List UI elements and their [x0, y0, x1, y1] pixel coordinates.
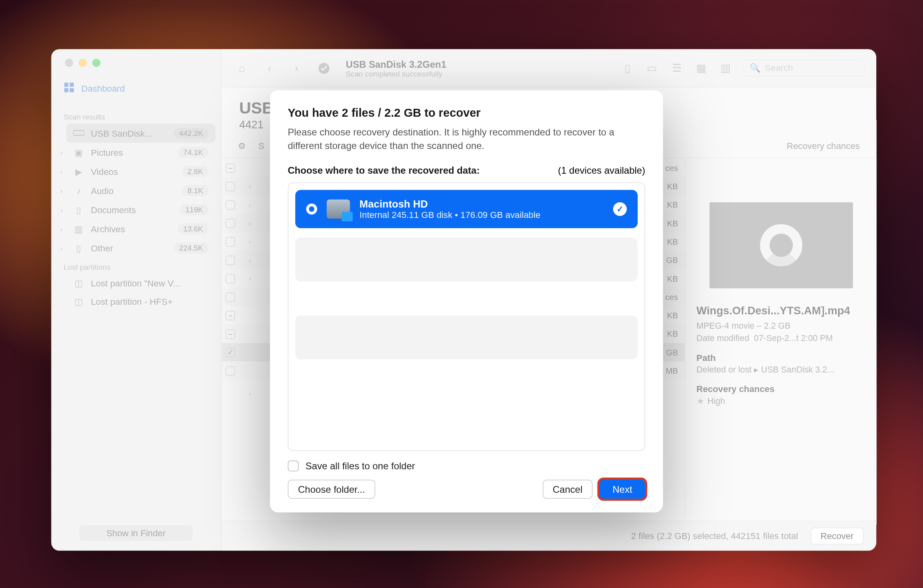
svg-rect-4	[73, 130, 84, 135]
toolbar-subtitle: Scan completed successfully	[346, 69, 611, 78]
destination-item-selected[interactable]: Macintosh HD Internal 245.11 GB disk • 1…	[295, 190, 638, 228]
drive-icon: ◫	[73, 296, 84, 307]
show-in-finder-button[interactable]: Show in Finder	[79, 525, 193, 541]
folder-icon[interactable]: ▭	[644, 60, 660, 76]
row-checkbox[interactable]	[226, 366, 235, 375]
checkbox-mixed[interactable]: –	[226, 329, 235, 339]
sidebar-item-audio[interactable]: ♪Audio 8.1K	[66, 181, 215, 200]
filter-label: S	[258, 141, 264, 151]
checkbox-mixed[interactable]: –	[226, 163, 235, 172]
file-name: Wings.Of.Desi...YTS.AM].mp4	[697, 305, 866, 317]
minimize-window-button[interactable]	[79, 59, 87, 67]
back-button[interactable]: ‹	[260, 59, 279, 78]
next-button[interactable]: Next	[599, 480, 645, 499]
columns-view-icon[interactable]: ▥	[718, 60, 734, 76]
zoom-window-button[interactable]	[92, 59, 101, 67]
selection-summary: 2 files (2.2 GB) selected, 442151 files …	[631, 531, 798, 541]
close-window-button[interactable]	[65, 59, 73, 67]
count-badge: 224.5K	[174, 243, 208, 253]
save-all-label: Save all files to one folder	[306, 461, 415, 471]
checkbox-mixed[interactable]: –	[226, 310, 235, 320]
image-icon: ▣	[73, 147, 84, 158]
file-icon: ▯	[73, 243, 84, 253]
sidebar-device-label: USB SanDisk...	[91, 128, 152, 139]
devices-available-count: (1 devices available)	[558, 165, 645, 176]
svg-rect-0	[64, 83, 68, 87]
chevron-right-icon[interactable]: ›	[249, 390, 272, 397]
checkmark-icon: ✓	[613, 202, 626, 216]
toolbar: ⌂ ‹ › USB SanDisk 3.2Gen1 Scan completed…	[222, 49, 876, 87]
chevron-right-icon[interactable]: ›	[57, 149, 66, 156]
home-button[interactable]: ⌂	[232, 59, 251, 78]
svg-rect-2	[64, 88, 68, 92]
search-placeholder: Search	[765, 63, 793, 73]
chevron-right-icon[interactable]: ›	[57, 187, 66, 194]
modal-title: You have 2 files / 2.2 GB to recover	[288, 107, 645, 120]
dashboard-label: Dashboard	[81, 83, 125, 94]
row-checkbox[interactable]	[226, 200, 235, 210]
count-badge: 13.6K	[178, 223, 208, 234]
scan-results-header: Scan results	[57, 107, 215, 123]
destination-name: Macintosh HD	[359, 198, 603, 210]
dashboard-nav[interactable]: Dashboard	[57, 78, 215, 99]
chevron-right-icon[interactable]: ›	[57, 225, 66, 233]
status-icon	[314, 59, 334, 78]
chevron-right-icon[interactable]: ›	[57, 206, 66, 214]
sidebar-item-label: Pictures	[91, 147, 123, 158]
save-all-one-folder-option[interactable]: Save all files to one folder	[288, 461, 645, 471]
chevron-right-icon[interactable]: ›	[249, 183, 272, 190]
path-label: Path	[697, 353, 866, 363]
details-panel: Wings.Of.Desi...YTS.AM].mp4 MPEG-4 movie…	[685, 159, 876, 521]
count-badge: 74.1K	[178, 147, 208, 158]
sidebar-item-pictures[interactable]: ▣Pictures 74.1K	[66, 143, 215, 162]
sidebar-item-label: Archives	[91, 224, 125, 234]
row-checkbox[interactable]	[226, 274, 235, 283]
recovery-chances-value: ★High	[697, 396, 866, 406]
sidebar-item-videos[interactable]: ▶Videos 2.8K	[66, 162, 215, 181]
search-input[interactable]: 🔍 Search	[742, 59, 865, 76]
star-icon: ★	[697, 396, 705, 406]
row-checkbox[interactable]	[226, 292, 235, 302]
row-checkbox[interactable]	[226, 255, 235, 265]
radio-selected-icon	[306, 204, 317, 214]
row-checkbox[interactable]	[226, 181, 235, 191]
forward-button[interactable]: ›	[287, 59, 306, 78]
recovery-chances-filter[interactable]: Recovery chances	[787, 141, 860, 151]
row-checkbox[interactable]	[226, 237, 235, 246]
lost-partitions-header: Lost partitions	[57, 258, 215, 274]
filter-icon[interactable]: ⚙	[238, 141, 246, 151]
video-icon: ▶	[73, 167, 84, 177]
sidebar-item-other[interactable]: ▯Other 224.5K	[66, 239, 215, 258]
choose-destination-label: Choose where to save the recovered data:	[288, 165, 480, 176]
lost-partition-label: Lost partition - HFS+	[91, 296, 173, 307]
lost-partition-item[interactable]: ◫Lost partition "New V...	[66, 274, 215, 292]
sidebar-device[interactable]: USB SanDisk... 442.2K	[66, 123, 215, 143]
lost-partition-item[interactable]: ◫Lost partition - HFS+	[66, 292, 215, 311]
sidebar-item-documents[interactable]: ▯Documents 119K	[66, 200, 215, 219]
page-icon[interactable]: ▯	[619, 60, 636, 76]
sidebar-item-label: Other	[91, 243, 113, 253]
destination-placeholder	[295, 238, 638, 282]
sidebar-item-archives[interactable]: ▥Archives 13.6K	[66, 220, 215, 239]
row-checkbox-checked[interactable]: ✓	[226, 347, 235, 357]
music-icon: ♪	[73, 186, 84, 196]
chevron-right-icon[interactable]: ›	[57, 244, 66, 252]
sidebar: Dashboard Scan results USB SanDisk... 44…	[51, 49, 222, 551]
recover-button[interactable]: Recover	[810, 527, 864, 545]
cancel-button[interactable]: Cancel	[542, 480, 593, 499]
row-checkbox[interactable]	[226, 218, 235, 228]
svg-rect-3	[70, 88, 74, 92]
count-badge: 2.8K	[182, 166, 208, 177]
chevron-right-icon[interactable]: ›	[57, 168, 66, 175]
list-view-icon[interactable]: ☰	[668, 60, 685, 76]
count-badge: 8.1K	[182, 185, 208, 196]
file-kind-size: MPEG-4 movie – 2.2 GB	[697, 321, 866, 331]
choose-folder-button[interactable]: Choose folder...	[288, 480, 375, 499]
loading-ring-icon	[760, 224, 802, 267]
grid-view-icon[interactable]: ▦	[693, 60, 709, 76]
toolbar-title: USB SanDisk 3.2Gen1	[346, 59, 611, 69]
search-icon: 🔍	[750, 63, 760, 73]
lost-partition-label: Lost partition "New V...	[91, 278, 180, 288]
destination-placeholder	[295, 316, 638, 360]
sidebar-item-label: Audio	[91, 186, 114, 196]
